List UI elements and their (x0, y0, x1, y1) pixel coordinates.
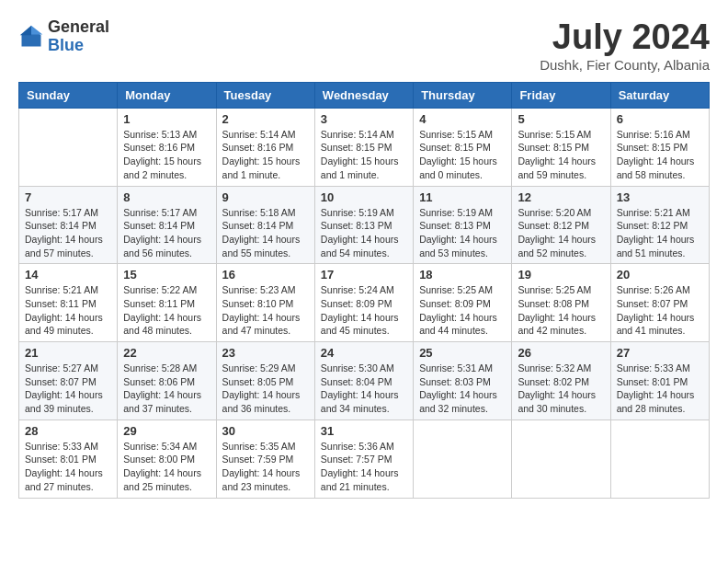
col-header-monday: Monday (118, 82, 216, 108)
day-info: Sunrise: 5:31 AM Sunset: 8:03 PM Dayligh… (419, 362, 506, 416)
col-header-thursday: Thursday (414, 82, 512, 108)
calendar-cell: 12Sunrise: 5:20 AM Sunset: 8:12 PM Dayli… (512, 186, 610, 264)
day-info: Sunrise: 5:16 AM Sunset: 8:15 PM Dayligh… (617, 128, 703, 182)
day-info: Sunrise: 5:27 AM Sunset: 8:07 PM Dayligh… (25, 362, 111, 416)
day-info: Sunrise: 5:13 AM Sunset: 8:16 PM Dayligh… (123, 128, 210, 182)
calendar-cell: 26Sunrise: 5:32 AM Sunset: 8:02 PM Dayli… (512, 342, 610, 420)
day-number: 25 (419, 346, 506, 360)
calendar-week-row: 1Sunrise: 5:13 AM Sunset: 8:16 PM Daylig… (19, 108, 710, 186)
calendar-cell: 6Sunrise: 5:16 AM Sunset: 8:15 PM Daylig… (610, 108, 709, 186)
svg-marker-1 (31, 26, 42, 35)
day-info: Sunrise: 5:36 AM Sunset: 7:57 PM Dayligh… (321, 440, 407, 494)
day-info: Sunrise: 5:35 AM Sunset: 7:59 PM Dayligh… (222, 440, 309, 494)
day-info: Sunrise: 5:22 AM Sunset: 8:11 PM Dayligh… (123, 283, 210, 338)
calendar-week-row: 21Sunrise: 5:27 AM Sunset: 8:07 PM Dayli… (19, 342, 710, 420)
day-number: 28 (25, 424, 111, 438)
calendar-cell: 31Sunrise: 5:36 AM Sunset: 7:57 PM Dayli… (314, 419, 413, 498)
calendar-cell (19, 108, 118, 186)
day-info: Sunrise: 5:15 AM Sunset: 8:15 PM Dayligh… (518, 128, 604, 182)
day-number: 23 (222, 346, 309, 360)
day-info: Sunrise: 5:29 AM Sunset: 8:05 PM Dayligh… (222, 362, 309, 416)
calendar-cell: 13Sunrise: 5:21 AM Sunset: 8:12 PM Dayli… (610, 186, 709, 264)
day-info: Sunrise: 5:24 AM Sunset: 8:09 PM Dayligh… (321, 283, 407, 338)
day-number: 3 (321, 112, 407, 126)
day-info: Sunrise: 5:17 AM Sunset: 8:14 PM Dayligh… (25, 206, 111, 260)
day-number: 9 (222, 190, 309, 204)
day-number: 13 (617, 190, 703, 204)
calendar-cell: 11Sunrise: 5:19 AM Sunset: 8:13 PM Dayli… (414, 186, 512, 264)
day-number: 1 (123, 112, 210, 126)
day-info: Sunrise: 5:20 AM Sunset: 8:12 PM Dayligh… (518, 206, 604, 260)
calendar-table: SundayMondayTuesdayWednesdayThursdayFrid… (18, 82, 710, 499)
calendar-cell: 5Sunrise: 5:15 AM Sunset: 8:15 PM Daylig… (512, 108, 610, 186)
logo: General Blue (18, 18, 109, 55)
day-number: 14 (25, 268, 111, 282)
calendar-cell: 27Sunrise: 5:33 AM Sunset: 8:01 PM Dayli… (610, 342, 709, 420)
day-info: Sunrise: 5:14 AM Sunset: 8:16 PM Dayligh… (222, 128, 309, 182)
calendar-cell: 17Sunrise: 5:24 AM Sunset: 8:09 PM Dayli… (314, 264, 413, 342)
day-number: 31 (321, 424, 407, 438)
day-number: 7 (25, 190, 111, 204)
calendar-cell: 4Sunrise: 5:15 AM Sunset: 8:15 PM Daylig… (414, 108, 512, 186)
day-number: 19 (518, 268, 604, 282)
day-info: Sunrise: 5:30 AM Sunset: 8:04 PM Dayligh… (321, 362, 407, 416)
calendar-cell: 30Sunrise: 5:35 AM Sunset: 7:59 PM Dayli… (216, 419, 314, 498)
day-number: 17 (321, 268, 407, 282)
day-number: 16 (222, 268, 309, 282)
day-number: 22 (123, 346, 210, 360)
calendar-cell: 20Sunrise: 5:26 AM Sunset: 8:07 PM Dayli… (610, 264, 709, 342)
day-number: 26 (518, 346, 604, 360)
calendar-cell: 25Sunrise: 5:31 AM Sunset: 8:03 PM Dayli… (414, 342, 512, 420)
day-number: 27 (617, 346, 703, 360)
page-header: General Blue July 2024 Dushk, Fier Count… (18, 18, 710, 73)
day-info: Sunrise: 5:28 AM Sunset: 8:06 PM Dayligh… (123, 362, 210, 416)
day-number: 12 (518, 190, 604, 204)
calendar-week-row: 28Sunrise: 5:33 AM Sunset: 8:01 PM Dayli… (19, 419, 710, 498)
calendar-cell: 1Sunrise: 5:13 AM Sunset: 8:16 PM Daylig… (118, 108, 216, 186)
day-number: 2 (222, 112, 309, 126)
calendar-cell: 19Sunrise: 5:25 AM Sunset: 8:08 PM Dayli… (512, 264, 610, 342)
calendar-cell: 22Sunrise: 5:28 AM Sunset: 8:06 PM Dayli… (118, 342, 216, 420)
calendar-cell: 23Sunrise: 5:29 AM Sunset: 8:05 PM Dayli… (216, 342, 314, 420)
day-number: 4 (419, 112, 506, 126)
calendar-cell: 14Sunrise: 5:21 AM Sunset: 8:11 PM Dayli… (19, 264, 118, 342)
day-number: 5 (518, 112, 604, 126)
day-number: 6 (617, 112, 703, 126)
calendar-cell (414, 419, 512, 498)
day-number: 18 (419, 268, 506, 282)
day-number: 20 (617, 268, 703, 282)
day-info: Sunrise: 5:18 AM Sunset: 8:14 PM Dayligh… (222, 206, 309, 260)
day-info: Sunrise: 5:21 AM Sunset: 8:11 PM Dayligh… (25, 283, 111, 338)
month-year-title: July 2024 (540, 18, 710, 57)
calendar-cell: 21Sunrise: 5:27 AM Sunset: 8:07 PM Dayli… (19, 342, 118, 420)
day-info: Sunrise: 5:32 AM Sunset: 8:02 PM Dayligh… (518, 362, 604, 416)
day-info: Sunrise: 5:19 AM Sunset: 8:13 PM Dayligh… (321, 206, 407, 260)
day-number: 8 (123, 190, 210, 204)
day-info: Sunrise: 5:25 AM Sunset: 8:08 PM Dayligh… (518, 283, 604, 338)
col-header-sunday: Sunday (19, 82, 118, 108)
calendar-cell: 16Sunrise: 5:23 AM Sunset: 8:10 PM Dayli… (216, 264, 314, 342)
location-subtitle: Dushk, Fier County, Albania (540, 57, 710, 73)
day-number: 24 (321, 346, 407, 360)
calendar-cell: 9Sunrise: 5:18 AM Sunset: 8:14 PM Daylig… (216, 186, 314, 264)
col-header-friday: Friday (512, 82, 610, 108)
logo-general-text: General (48, 18, 109, 37)
col-header-wednesday: Wednesday (314, 82, 413, 108)
day-info: Sunrise: 5:23 AM Sunset: 8:10 PM Dayligh… (222, 283, 309, 338)
day-info: Sunrise: 5:21 AM Sunset: 8:12 PM Dayligh… (617, 206, 703, 260)
col-header-saturday: Saturday (610, 82, 709, 108)
day-number: 15 (123, 268, 210, 282)
calendar-header-row: SundayMondayTuesdayWednesdayThursdayFrid… (19, 82, 710, 108)
day-number: 10 (321, 190, 407, 204)
day-info: Sunrise: 5:17 AM Sunset: 8:14 PM Dayligh… (123, 206, 210, 260)
logo-icon (18, 24, 44, 50)
calendar-cell: 7Sunrise: 5:17 AM Sunset: 8:14 PM Daylig… (19, 186, 118, 264)
calendar-cell (512, 419, 610, 498)
day-number: 11 (419, 190, 506, 204)
calendar-cell: 2Sunrise: 5:14 AM Sunset: 8:16 PM Daylig… (216, 108, 314, 186)
day-info: Sunrise: 5:15 AM Sunset: 8:15 PM Dayligh… (419, 128, 506, 182)
day-info: Sunrise: 5:19 AM Sunset: 8:13 PM Dayligh… (419, 206, 506, 260)
col-header-tuesday: Tuesday (216, 82, 314, 108)
day-info: Sunrise: 5:34 AM Sunset: 8:00 PM Dayligh… (123, 440, 210, 494)
calendar-cell: 15Sunrise: 5:22 AM Sunset: 8:11 PM Dayli… (118, 264, 216, 342)
